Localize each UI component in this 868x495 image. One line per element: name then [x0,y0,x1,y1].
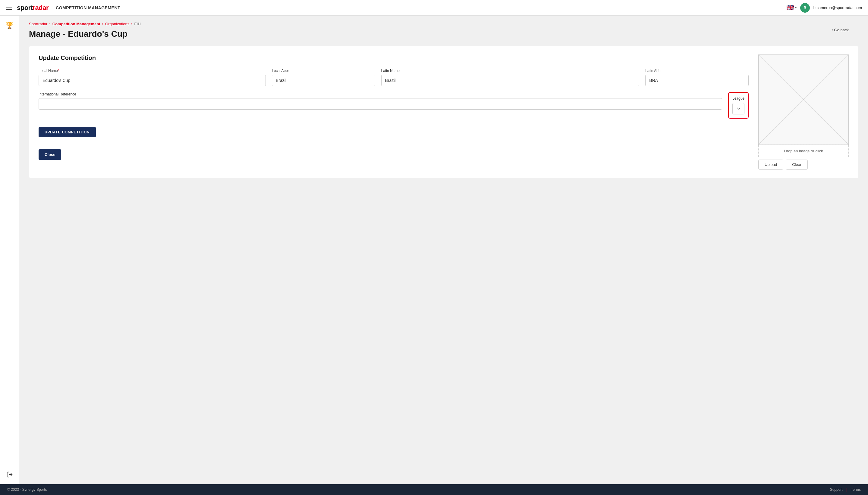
main-content: Sportradar › Competition Management › Or… [19,16,868,484]
logo-text: sportradar [17,4,49,12]
intl-ref-label: International Reference [38,92,722,96]
sidebar: 🏆 [0,16,19,484]
logout-icon[interactable] [6,471,13,479]
intl-ref-group: International Reference [38,92,722,119]
league-select[interactable] [732,103,744,115]
language-selector[interactable]: ▾ [787,5,797,10]
form-section: Update Competition Local Name* Local Abb… [29,46,858,178]
app-title: COMPETITION MANAGEMENT [56,5,120,10]
breadcrumb-sportradar[interactable]: Sportradar [29,22,47,26]
breadcrumb-sep-1: › [49,22,50,26]
latin-name-label: Latin Name [381,69,640,73]
chevron-left-icon: ‹ [832,28,833,32]
terms-link[interactable]: Terms [851,488,861,492]
breadcrumb-sep-3: › [131,22,132,26]
local-abbr-label: Local Abbr [272,69,375,73]
go-back-button[interactable]: ‹ Go back [832,28,849,32]
section-title: Update Competition [38,54,749,62]
local-name-input[interactable] [38,75,266,86]
form-main: Update Competition Local Name* Local Abb… [38,54,749,170]
logo: sportradar [17,4,49,12]
trophy-icon[interactable]: 🏆 [5,22,14,30]
form-row-1: Local Name* Local Abbr Latin Name Latin … [38,69,749,86]
local-name-label: Local Name* [38,69,266,73]
go-back-label: Go back [834,28,849,32]
bottom-actions: Close [38,143,749,160]
league-label: League [732,96,744,101]
breadcrumb: Sportradar › Competition Management › Or… [29,22,858,26]
image-actions: Upload Clear [758,159,849,170]
user-email: b.cameron@sportradar.com [814,5,862,10]
latin-abbr-input[interactable] [645,75,749,86]
upload-button[interactable]: Upload [758,159,783,170]
latin-name-input[interactable] [381,75,640,86]
breadcrumb-sep-2: › [102,22,103,26]
footer-separator: | [846,487,848,492]
main-header: sportradar COMPETITION MANAGEMENT ▾ B b.… [0,0,868,16]
hamburger-menu-icon[interactable] [6,6,12,10]
close-button[interactable]: Close [38,149,61,160]
image-dropzone[interactable] [758,54,849,145]
footer: © 2023 - Synergy Sports Support | Terms [0,484,868,495]
latin-name-group: Latin Name [381,69,640,86]
breadcrumb-competition-management[interactable]: Competition Management [52,22,100,26]
footer-links: Support | Terms [830,487,861,492]
breadcrumb-organizations[interactable]: Organizations [105,22,129,26]
content-header: Sportradar › Competition Management › Or… [29,22,858,39]
image-placeholder-x [758,55,848,144]
local-name-group: Local Name* [38,69,266,86]
breadcrumb-fih: FIH [134,22,141,26]
intl-ref-input[interactable] [38,98,722,109]
local-abbr-group: Local Abbr [272,69,375,86]
league-container: League [728,92,749,119]
flag-icon [787,5,794,10]
update-competition-button[interactable]: UPDATE COMPETITION [38,127,96,137]
user-avatar: B [800,3,810,13]
footer-copyright: © 2023 - Synergy Sports [7,488,47,492]
latin-abbr-label: Latin Abbr [645,69,749,73]
drop-label[interactable]: Drop an image or click [758,145,849,157]
chevron-down-icon: ▾ [795,6,797,9]
latin-abbr-group: Latin Abbr [645,69,749,86]
support-link[interactable]: Support [830,488,843,492]
clear-button[interactable]: Clear [786,159,808,170]
form-row-2: International Reference League [38,92,749,119]
page-title: Manage - Eduardo's Cup [29,29,858,39]
local-abbr-input[interactable] [272,75,375,86]
image-section: Drop an image or click Upload Clear [758,54,849,170]
